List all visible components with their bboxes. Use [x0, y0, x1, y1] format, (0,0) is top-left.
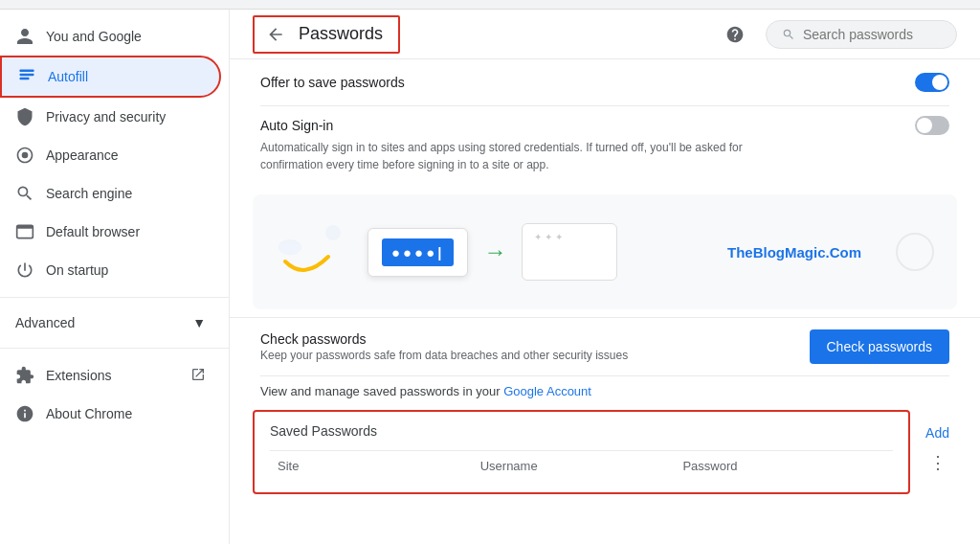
saved-passwords-title: Saved Passwords	[270, 423, 377, 439]
circle-decoration	[896, 233, 934, 271]
svg-point-3	[22, 152, 29, 159]
page-title: Passwords	[299, 24, 383, 44]
search-input-icon	[782, 27, 795, 42]
auto-signin-title: Auto Sign-in	[260, 118, 333, 133]
google-account-row: View and manage saved passwords in your …	[230, 376, 980, 410]
sidebar-item-label: On startup	[46, 262, 108, 278]
illustration-box: ●●●●| → ✦ ✦ ✦ TheBlogMagic.Com	[253, 194, 957, 309]
sidebar-item-default-browser[interactable]: Default browser	[0, 213, 221, 251]
check-desc: Keep your passwords safe from data breac…	[260, 349, 628, 362]
sidebar-item-autofill[interactable]: Autofill	[0, 56, 221, 98]
svg-point-7	[325, 225, 341, 240]
arrow-icon: →	[483, 238, 506, 265]
search-icon	[15, 184, 34, 203]
sidebar-item-label: You and Google	[46, 29, 142, 44]
table-header: Site Username Password	[270, 450, 893, 481]
sidebar-item-search-engine[interactable]: Search engine	[0, 174, 221, 213]
auto-signin-desc: Automatically sign in to sites and apps …	[260, 139, 796, 173]
auto-signin-section: Auto Sign-in Automatically sign in to si…	[230, 106, 980, 187]
autofill-icon	[17, 67, 36, 86]
sidebar-divider-2	[0, 348, 229, 349]
sidebar-item-privacy[interactable]: Privacy and security	[0, 98, 221, 136]
offer-save-toggle[interactable]	[915, 73, 949, 92]
appearance-icon	[15, 146, 34, 165]
google-account-link[interactable]: Google Account	[503, 384, 591, 398]
offer-save-row: Offer to save passwords	[230, 59, 980, 105]
sidebar-item-advanced[interactable]: Advanced ▼	[0, 306, 221, 340]
about-icon	[15, 404, 34, 423]
search-input[interactable]	[803, 27, 941, 42]
svg-rect-0	[20, 70, 34, 73]
sidebar-item-label: Privacy and security	[46, 109, 166, 125]
help-button[interactable]	[720, 19, 750, 50]
search-box	[766, 20, 957, 49]
sidebar-item-about[interactable]: About Chrome	[0, 395, 221, 433]
auto-signin-toggle[interactable]	[915, 116, 949, 135]
svg-point-6	[278, 239, 301, 255]
sidebar-item-label: Appearance	[46, 147, 119, 163]
saved-passwords-header: Saved Passwords	[270, 423, 893, 439]
password-dots: ●●●●|	[382, 238, 454, 266]
add-button[interactable]: Add	[918, 421, 957, 444]
about-label: About Chrome	[46, 406, 132, 421]
svg-rect-2	[20, 78, 30, 80]
table-col-password: Password	[682, 459, 885, 473]
content-header: Passwords	[230, 10, 980, 59]
sidebar-item-on-startup[interactable]: On startup	[0, 251, 221, 289]
watermark: TheBlogMagic.Com	[727, 244, 861, 261]
check-passwords-section: Check passwords Keep your passwords safe…	[230, 318, 980, 375]
table-col-username: Username	[480, 459, 683, 473]
external-link-icon	[190, 367, 206, 385]
power-icon	[15, 261, 34, 280]
browser-icon	[15, 222, 34, 241]
content-area: Passwords Offer to save passwords	[230, 10, 980, 544]
sidebar: You and Google Autofill Privacy and secu…	[0, 10, 230, 544]
google-account-text: View and manage saved passwords in your	[260, 384, 503, 398]
sidebar-item-label: Search engine	[46, 186, 132, 201]
sidebar-item-appearance[interactable]: Appearance	[0, 136, 221, 174]
sidebar-item-label: Default browser	[46, 224, 140, 239]
sidebar-item-label: Autofill	[48, 69, 88, 84]
check-title: Check passwords	[260, 331, 628, 347]
svg-rect-5	[17, 225, 33, 228]
person-icon	[15, 27, 34, 46]
advanced-label: Advanced	[15, 315, 75, 330]
extensions-label: Extensions	[46, 368, 111, 383]
more-options-button[interactable]: ⋮	[925, 448, 950, 477]
header-right	[720, 19, 957, 50]
saved-passwords-section: Saved Passwords Site Username Password	[253, 410, 910, 494]
offer-save-label: Offer to save passwords	[260, 75, 405, 90]
sidebar-item-you-and-google[interactable]: You and Google	[0, 17, 221, 56]
extensions-icon	[15, 366, 34, 385]
sidebar-divider	[0, 297, 229, 298]
check-info: Check passwords Keep your passwords safe…	[260, 331, 628, 362]
check-passwords-button[interactable]: Check passwords	[810, 329, 950, 364]
chevron-down-icon: ▼	[192, 315, 206, 330]
sidebar-item-extensions[interactable]: Extensions	[0, 356, 221, 395]
svg-rect-1	[20, 74, 34, 77]
privacy-icon	[15, 107, 34, 126]
content-scroll: Offer to save passwords Auto Sign-in Aut…	[230, 59, 980, 544]
table-col-site: Site	[278, 459, 480, 473]
back-button[interactable]	[262, 21, 289, 48]
header-left: Passwords	[253, 15, 400, 54]
